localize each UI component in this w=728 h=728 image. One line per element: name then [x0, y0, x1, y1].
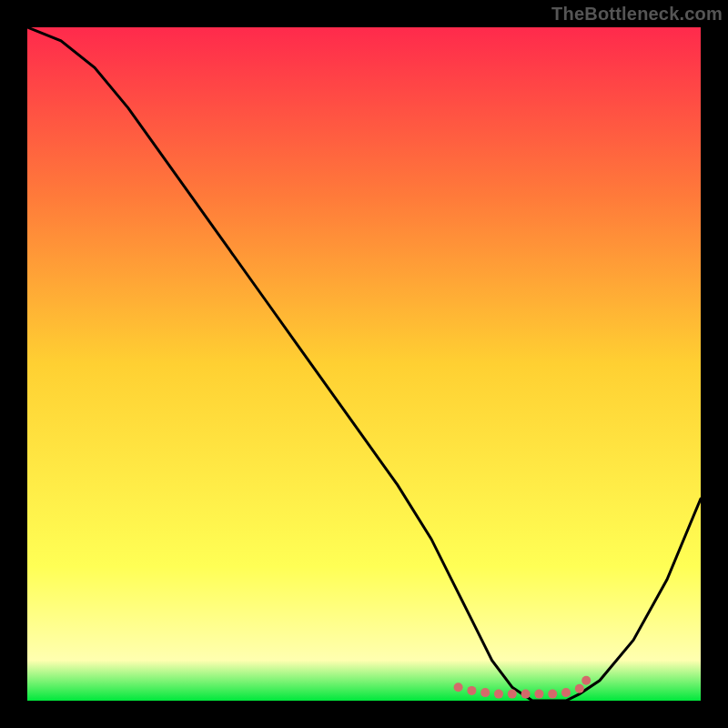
chart-frame: TheBottleneck.com — [0, 0, 728, 728]
marker-dot — [548, 690, 557, 699]
marker-dot — [581, 676, 591, 685]
marker-dot — [454, 682, 463, 692]
marker-dot — [494, 690, 503, 699]
marker-dot — [534, 690, 543, 699]
marker-dot — [508, 690, 517, 699]
marker-dot — [575, 684, 584, 693]
plot-area — [27, 27, 701, 701]
marker-dot — [561, 688, 571, 697]
watermark-label: TheBottleneck.com — [551, 4, 723, 25]
gradient-background — [27, 27, 701, 701]
marker-dot — [480, 688, 490, 697]
chart-svg — [27, 27, 701, 701]
marker-dot — [467, 686, 476, 695]
marker-dot — [521, 690, 531, 699]
